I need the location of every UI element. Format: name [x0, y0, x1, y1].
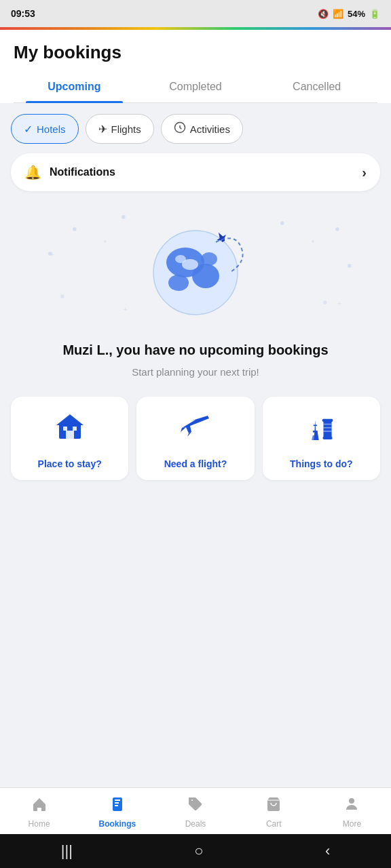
svg-point-8 [348, 264, 351, 267]
status-icons: 🔇 📶 54% 🔋 [318, 9, 380, 19]
nav-cart[interactable]: Cart [235, 793, 313, 831]
need-a-flight-label: Need a flight? [164, 458, 227, 469]
svg-rect-43 [324, 431, 332, 432]
svg-point-4 [122, 215, 125, 218]
action-cards: Place to stay? Need a flight? [11, 397, 380, 480]
bookings-nav-icon [109, 796, 126, 816]
action-card-things-to-do[interactable]: Things to do? [263, 397, 380, 480]
flight-card-icon [178, 410, 213, 449]
things-to-do-icon [303, 410, 339, 449]
place-to-stay-label: Place to stay? [38, 458, 102, 469]
svg-text:+: + [124, 305, 128, 313]
signal-icon: 📶 [333, 9, 343, 19]
chip-activities[interactable]: Activities [161, 114, 243, 144]
nav-home[interactable]: Home [0, 793, 78, 831]
svg-rect-36 [314, 425, 317, 426]
globe-illustration: + + + [11, 205, 380, 327]
home-button[interactable]: ○ [194, 842, 203, 860]
notif-left: 🔔 Notifications [24, 164, 115, 180]
header: My bookings Upcoming Completed Cancelled [0, 30, 391, 103]
svg-rect-29 [73, 427, 77, 431]
chip-flights[interactable]: ✈ Flights [86, 114, 154, 144]
deals-nav-icon [187, 796, 204, 816]
svg-rect-27 [66, 431, 74, 439]
svg-text:+: + [50, 250, 54, 258]
svg-point-5 [280, 221, 284, 224]
nav-bookings[interactable]: Bookings [78, 793, 156, 831]
svg-point-10 [323, 300, 327, 304]
svg-point-49 [349, 798, 354, 804]
svg-rect-35 [313, 431, 318, 433]
globe-svg [141, 212, 250, 320]
battery-icon: 🔋 [369, 9, 380, 19]
empty-state-subtitle: Start planning your next trip! [11, 366, 380, 378]
main-content: ✓ Hotels ✈ Flights Activities 🔔 Notifica… [0, 103, 391, 787]
hotel-icon [54, 410, 86, 449]
notif-arrow-icon: › [362, 165, 367, 180]
check-icon: ✓ [24, 123, 33, 136]
nav-deals[interactable]: Deals [156, 793, 234, 831]
svg-point-20 [175, 255, 186, 263]
tab-upcoming[interactable]: Upcoming [14, 71, 135, 102]
bell-icon: 🔔 [24, 164, 41, 180]
notif-label: Notifications [50, 166, 115, 178]
activities-icon [174, 121, 186, 136]
nav-more-label: More [343, 819, 361, 829]
filter-chips: ✓ Hotels ✈ Flights Activities [11, 114, 380, 144]
svg-marker-31 [181, 427, 186, 432]
svg-point-2 [73, 227, 76, 231]
things-to-do-label: Things to do? [290, 458, 353, 469]
svg-marker-26 [56, 414, 83, 425]
more-nav-icon [343, 796, 360, 816]
nav-cart-label: Cart [266, 819, 282, 829]
svg-rect-47 [115, 805, 118, 806]
svg-rect-42 [324, 427, 332, 429]
page-title: My bookings [14, 42, 377, 63]
nav-home-label: Home [29, 819, 50, 829]
svg-point-6 [312, 240, 314, 243]
svg-point-3 [104, 240, 107, 243]
tab-cancelled[interactable]: Cancelled [256, 71, 377, 102]
svg-rect-41 [324, 424, 332, 425]
mute-icon: 🔇 [318, 9, 329, 19]
status-time: 09:53 [11, 8, 35, 19]
status-bar: 09:53 🔇 📶 54% 🔋 [0, 0, 391, 27]
svg-marker-37 [312, 435, 318, 440]
action-card-place-to-stay[interactable]: Place to stay? [11, 397, 128, 480]
svg-rect-40 [323, 437, 333, 439]
nav-more[interactable]: More [313, 793, 391, 831]
svg-rect-45 [115, 800, 120, 801]
svg-rect-38 [324, 420, 332, 437]
battery-label: 54% [348, 9, 365, 19]
bottom-nav: Home Bookings Deals Cart More [0, 787, 391, 834]
svg-rect-46 [115, 802, 119, 804]
chip-hotels[interactable]: ✓ Hotels [11, 114, 79, 144]
home-nav-icon [31, 796, 48, 816]
flight-icon: ✈ [98, 123, 107, 136]
system-nav-bar: ||| ○ ‹ [0, 834, 391, 868]
cart-nav-icon [265, 796, 282, 816]
tab-completed[interactable]: Completed [135, 71, 257, 102]
svg-point-18 [201, 252, 217, 266]
empty-state-title: Muzi L., you have no upcoming bookings [11, 340, 380, 359]
recents-button[interactable]: ||| [61, 842, 73, 860]
svg-point-1 [48, 252, 52, 255]
svg-rect-28 [63, 427, 67, 431]
tabs-container: Upcoming Completed Cancelled [14, 71, 377, 103]
action-card-need-a-flight[interactable]: Need a flight? [136, 397, 254, 480]
nav-bookings-label: Bookings [98, 819, 136, 829]
nav-deals-label: Deals [185, 819, 206, 829]
svg-point-7 [335, 227, 339, 231]
svg-point-17 [168, 275, 189, 291]
svg-rect-39 [322, 419, 333, 422]
notifications-bar[interactable]: 🔔 Notifications › [11, 153, 380, 191]
back-button[interactable]: ‹ [325, 842, 330, 860]
svg-marker-30 [182, 416, 209, 433]
svg-point-9 [60, 294, 64, 298]
svg-text:+: + [337, 299, 341, 307]
